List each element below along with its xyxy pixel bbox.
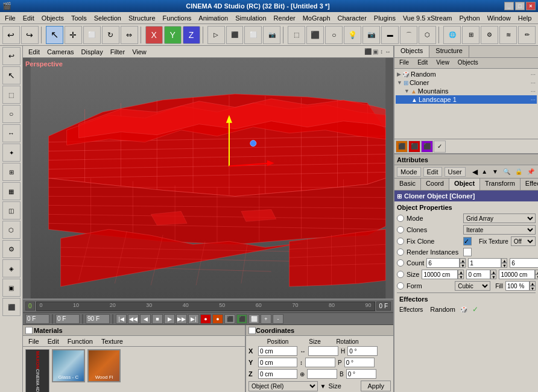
menu-python[interactable]: Python: [455, 13, 483, 23]
redo-button[interactable]: ↪: [21, 26, 39, 44]
count-y-down[interactable]: ▼: [501, 263, 507, 268]
rotate-tool[interactable]: ↻: [102, 26, 119, 44]
tab-effectors[interactable]: Effectors: [521, 179, 538, 190]
left-tool-7[interactable]: ⊞: [2, 163, 21, 181]
menu-character[interactable]: Character: [334, 13, 370, 23]
stop-button[interactable]: ■: [152, 314, 163, 324]
undo-button[interactable]: ↩: [2, 26, 20, 44]
scale-tool[interactable]: ⬜: [83, 26, 101, 44]
rot-b-input[interactable]: [346, 369, 376, 379]
axis-y[interactable]: Y: [164, 26, 182, 44]
next-frame-button[interactable]: ▶▶: [176, 314, 187, 324]
tab-object[interactable]: Object: [449, 179, 480, 190]
menu-simulation[interactable]: Simulation: [232, 13, 270, 23]
tab-transform[interactable]: Transform: [480, 179, 521, 190]
select-tool[interactable]: ↖: [46, 26, 63, 44]
transport-opt2[interactable]: +: [261, 314, 271, 324]
frame-end-input[interactable]: [86, 314, 110, 324]
key-all-button[interactable]: ⬛: [224, 314, 235, 324]
vp-view[interactable]: View: [129, 48, 150, 56]
left-tool-4[interactable]: ○: [2, 105, 21, 123]
tab-objects[interactable]: Objects: [394, 46, 429, 57]
form-radio[interactable]: [397, 282, 404, 289]
left-tool-14[interactable]: ⬛: [2, 298, 21, 316]
obj-tool-2[interactable]: ⬛: [408, 141, 420, 153]
hair-btn[interactable]: ≋: [499, 26, 517, 44]
left-tool-11[interactable]: ⚙: [2, 240, 21, 258]
left-tool-1[interactable]: ↩: [2, 47, 21, 65]
menu-help[interactable]: Help: [514, 13, 536, 23]
attr-search[interactable]: 🔍: [503, 168, 510, 175]
viewport-3d[interactable]: Perspective: [23, 58, 393, 299]
fix-texture-dropdown[interactable]: Off On: [511, 236, 536, 246]
minimize-button[interactable]: _: [504, 2, 514, 10]
left-tool-3[interactable]: ⬚: [2, 86, 21, 104]
menu-animation[interactable]: Animation: [195, 13, 232, 23]
sketch-btn[interactable]: ✏: [518, 26, 536, 44]
pos-x-input[interactable]: [258, 346, 297, 356]
subtab-objects[interactable]: Objects: [454, 58, 482, 68]
tab-structure[interactable]: Structure: [429, 46, 469, 57]
null-obj[interactable]: ⬚: [288, 26, 305, 44]
fix-clone-radio[interactable]: [397, 238, 404, 245]
count-x-down[interactable]: ▼: [460, 263, 466, 268]
menu-file[interactable]: File: [1, 13, 19, 23]
obj-tool-4[interactable]: ✓: [434, 141, 446, 153]
sphere-obj[interactable]: ○: [325, 26, 343, 44]
clones-radio[interactable]: [397, 226, 404, 233]
materials-checkbox[interactable]: [25, 327, 33, 334]
tree-item-mountains[interactable]: ▼ ▲ Mountains ···: [396, 87, 537, 95]
menu-plugins[interactable]: Plugins: [370, 13, 399, 23]
fill-input[interactable]: [505, 281, 530, 291]
subtab-edit[interactable]: Edit: [414, 58, 431, 68]
size-z-down[interactable]: ▼: [535, 274, 538, 279]
deformer-obj[interactable]: ⌒: [400, 26, 417, 44]
mode-radio[interactable]: [397, 215, 404, 222]
effector-check[interactable]: ✓: [472, 305, 478, 314]
material-wood[interactable]: Wood Fl: [87, 349, 121, 382]
attr-icon-2[interactable]: ▼: [492, 168, 498, 175]
cube-obj[interactable]: ⬛: [306, 26, 324, 44]
rot-p-input[interactable]: [344, 358, 375, 367]
menu-tools[interactable]: Tools: [68, 13, 90, 23]
size-y-up[interactable]: ▲: [490, 270, 496, 274]
timeline-container[interactable]: 0 10 20 30 40 50 60 70 80 90: [36, 302, 375, 311]
mograph-btn[interactable]: ⊞: [462, 26, 479, 44]
axis-z[interactable]: Z: [183, 26, 200, 44]
obj-tool-3[interactable]: ⬛: [421, 141, 433, 153]
menu-edit[interactable]: Edit: [19, 13, 38, 23]
tool-5[interactable]: ⇔: [121, 26, 138, 44]
render-btn[interactable]: ⬛: [226, 26, 244, 44]
mode-button[interactable]: Mode: [397, 167, 421, 177]
vp-edit[interactable]: Edit: [25, 48, 43, 56]
count-z-input[interactable]: [510, 258, 538, 268]
menu-objects[interactable]: Objects: [38, 13, 68, 23]
tab-coord[interactable]: Coord: [421, 179, 449, 190]
material-glass[interactable]: Glass - C: [52, 349, 85, 382]
close-button[interactable]: ×: [526, 2, 536, 10]
current-frame[interactable]: [25, 314, 49, 324]
tab-basic[interactable]: Basic: [394, 179, 421, 190]
edit-button[interactable]: Edit: [423, 167, 442, 177]
mat-file[interactable]: File: [25, 337, 42, 346]
menu-mograph[interactable]: MoGraph: [299, 13, 334, 23]
count-y-up[interactable]: ▲: [501, 258, 507, 263]
scene-btn[interactable]: 🌐: [443, 26, 461, 44]
left-tool-10[interactable]: ⬡: [2, 221, 21, 239]
render-inst-checkbox[interactable]: [463, 248, 472, 256]
autokey-button[interactable]: ●: [212, 314, 223, 324]
count-x-input[interactable]: [426, 258, 460, 268]
record-button[interactable]: ●: [200, 314, 211, 324]
rot-h-input[interactable]: [347, 346, 378, 356]
vp-display[interactable]: Display: [78, 48, 106, 56]
frame-start-input[interactable]: [55, 314, 80, 324]
size-x-down[interactable]: ▼: [458, 274, 464, 279]
mode-dropdown[interactable]: Grid Array Linear Radial: [463, 213, 536, 223]
left-tool-9[interactable]: ◫: [2, 201, 21, 220]
light-obj[interactable]: 💡: [344, 26, 361, 44]
maximize-button[interactable]: □: [515, 2, 525, 10]
count-radio[interactable]: [397, 259, 404, 267]
key-sel-button[interactable]: ⬛: [236, 314, 247, 324]
left-tool-2[interactable]: ↖: [2, 66, 21, 84]
axis-x[interactable]: X: [145, 26, 163, 44]
